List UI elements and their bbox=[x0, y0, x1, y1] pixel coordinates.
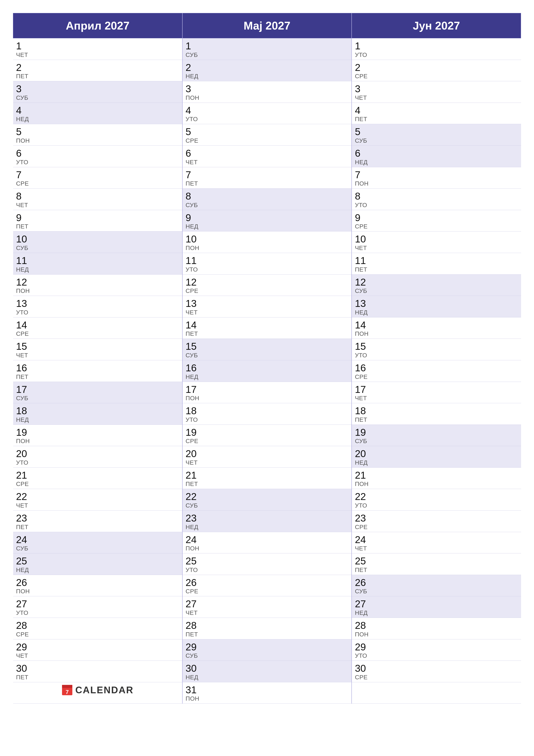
day-name: ПЕТ bbox=[16, 373, 179, 380]
day-name: ЧЕТ bbox=[355, 545, 518, 552]
day-name: ЧЕТ bbox=[355, 245, 518, 252]
day-number: 18 bbox=[16, 405, 179, 417]
day-row: 28 СРЕ 28 ПЕТ 28 ПОН bbox=[13, 618, 521, 639]
day-name: ПЕТ bbox=[186, 481, 348, 487]
day-number: 18 bbox=[355, 405, 518, 417]
day-name: СРЕ bbox=[16, 180, 179, 187]
day-row: 11 НЕД 11 УТО 11 ПЕТ bbox=[13, 253, 521, 274]
day-number: 3 bbox=[355, 83, 518, 94]
day-row: 24 СУБ 24 ПОН 24 ЧЕТ bbox=[13, 532, 521, 554]
calendar-logo-icon: 7 bbox=[62, 685, 73, 696]
day-number: 25 bbox=[186, 555, 348, 567]
month-headers-row: Април 2027 Мај 2027 Јун 2027 bbox=[13, 13, 521, 39]
day-row: 29 ЧЕТ 29 СУБ 29 УТО bbox=[13, 639, 521, 661]
day-name: ЧЕТ bbox=[16, 502, 179, 509]
day-number: 7 bbox=[355, 169, 518, 180]
day-name: ПОН bbox=[186, 695, 348, 702]
month-header-june: Јун 2027 bbox=[352, 13, 521, 39]
day-name: УТО bbox=[16, 459, 179, 466]
day-name: СУБ bbox=[16, 245, 179, 252]
day-name: СУБ bbox=[16, 395, 179, 402]
day-number: 7 bbox=[16, 169, 179, 180]
day-number: 11 bbox=[186, 255, 348, 266]
day-name: УТО bbox=[186, 417, 348, 423]
day-name: УТО bbox=[355, 502, 518, 509]
svg-text:7: 7 bbox=[65, 689, 68, 695]
day-name: ПЕТ bbox=[355, 266, 518, 273]
day-name: СРЕ bbox=[355, 73, 518, 80]
day-number: 25 bbox=[355, 555, 518, 567]
day-name: ПЕТ bbox=[16, 524, 179, 530]
day-number: 17 bbox=[186, 384, 348, 395]
day-number: 23 bbox=[355, 513, 518, 524]
day-number: 11 bbox=[16, 255, 179, 266]
day-number: 29 bbox=[16, 641, 179, 653]
day-name: ПОН bbox=[16, 588, 179, 595]
day-number: 8 bbox=[16, 191, 179, 202]
day-number: 28 bbox=[186, 620, 348, 631]
day-name: СРЕ bbox=[186, 137, 348, 144]
day-number: 3 bbox=[16, 83, 179, 94]
day-name: СУБ bbox=[355, 287, 518, 294]
month-header-may: Мај 2027 bbox=[182, 13, 352, 39]
day-number: 24 bbox=[16, 534, 179, 545]
day-number: 4 bbox=[355, 105, 518, 116]
day-number: 29 bbox=[186, 641, 348, 653]
day-name: ПОН bbox=[16, 287, 179, 294]
day-name: СУБ bbox=[186, 652, 348, 659]
day-number: 18 bbox=[186, 405, 348, 417]
day-number: 22 bbox=[186, 491, 348, 502]
day-row: 18 НЕД 18 УТО 18 ПЕТ bbox=[13, 403, 521, 425]
day-number: 20 bbox=[355, 448, 518, 459]
day-number: 1 bbox=[186, 40, 348, 51]
day-number: 30 bbox=[186, 663, 348, 674]
day-row: 13 УТО 13 ЧЕТ 13 НЕД bbox=[13, 296, 521, 317]
day-number: 23 bbox=[186, 513, 348, 524]
day-number: 17 bbox=[16, 384, 179, 395]
day-name: СРЕ bbox=[16, 330, 179, 337]
day-name: СРЕ bbox=[186, 438, 348, 445]
day-number: 1 bbox=[355, 40, 518, 51]
day-name: ЧЕТ bbox=[186, 459, 348, 466]
day-name: СУБ bbox=[186, 202, 348, 209]
day-number: 9 bbox=[186, 212, 348, 223]
day-name: СРЕ bbox=[355, 674, 518, 681]
day-name: НЕД bbox=[186, 73, 348, 80]
day-name: ЧЕТ bbox=[186, 309, 348, 316]
day-name: ПЕТ bbox=[355, 417, 518, 423]
day-number: 27 bbox=[16, 599, 179, 609]
day-row: 27 УТО 27 ЧЕТ 27 НЕД bbox=[13, 596, 521, 618]
day-number: 21 bbox=[186, 470, 348, 481]
day-name: СРЕ bbox=[16, 481, 179, 487]
day-name: ЧЕТ bbox=[16, 202, 179, 209]
day-name: ПОН bbox=[355, 180, 518, 187]
logo-text: CALENDAR bbox=[75, 685, 134, 695]
day-name: ЧЕТ bbox=[16, 652, 179, 659]
day-name: НЕД bbox=[16, 417, 179, 423]
day-name: ПЕТ bbox=[355, 116, 518, 122]
day-name: УТО bbox=[355, 352, 518, 359]
day-row: 30 ПЕТ 30 НЕД 30 СРЕ bbox=[13, 661, 521, 682]
day-name: СУБ bbox=[355, 438, 518, 445]
day-name: ПОН bbox=[355, 631, 518, 638]
day-name: СРЕ bbox=[355, 373, 518, 380]
day-name: ЧЕТ bbox=[355, 395, 518, 402]
day-name: НЕД bbox=[16, 116, 179, 122]
day-number: 26 bbox=[355, 577, 518, 588]
logo-wrapper: 7 CALENDAR bbox=[62, 685, 134, 696]
day-name: НЕД bbox=[355, 459, 518, 466]
day-number: 21 bbox=[16, 470, 179, 481]
day-name: СУБ bbox=[186, 502, 348, 509]
day-name: ПОН bbox=[186, 245, 348, 252]
day-number: 30 bbox=[355, 663, 518, 674]
day-name: НЕД bbox=[186, 373, 348, 380]
day-row: 20 УТО 20 ЧЕТ 20 НЕД bbox=[13, 446, 521, 468]
day-number: 19 bbox=[355, 427, 518, 438]
day-name: УТО bbox=[355, 51, 518, 58]
day-name: СУБ bbox=[186, 51, 348, 58]
day-name: УТО bbox=[16, 309, 179, 316]
day-number: 24 bbox=[355, 534, 518, 545]
day-number: 12 bbox=[16, 277, 179, 288]
day-number: 14 bbox=[186, 320, 348, 331]
day-row: 15 ЧЕТ 15 СУБ 15 УТО bbox=[13, 339, 521, 360]
